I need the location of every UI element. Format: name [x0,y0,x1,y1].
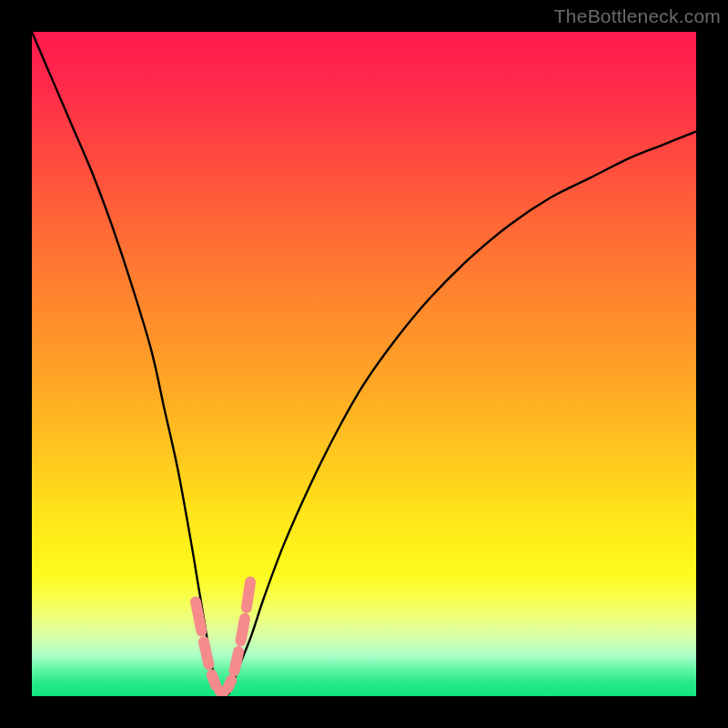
watermark-text: TheBottleneck.com [554,5,721,27]
optimal-range-markers [196,582,250,693]
chart-frame: TheBottleneck.com [0,0,728,728]
plot-area [32,32,696,696]
optimal-marker-dash [228,680,231,688]
curve-layer [32,32,696,696]
optimal-marker-dash [247,582,250,608]
optimal-marker-dash [204,642,208,664]
optimal-marker-dash [196,602,201,631]
bottleneck-curve [32,32,696,696]
optimal-marker-dash [234,652,238,671]
optimal-marker-dash [212,674,217,685]
optimal-marker-dash [241,619,245,642]
